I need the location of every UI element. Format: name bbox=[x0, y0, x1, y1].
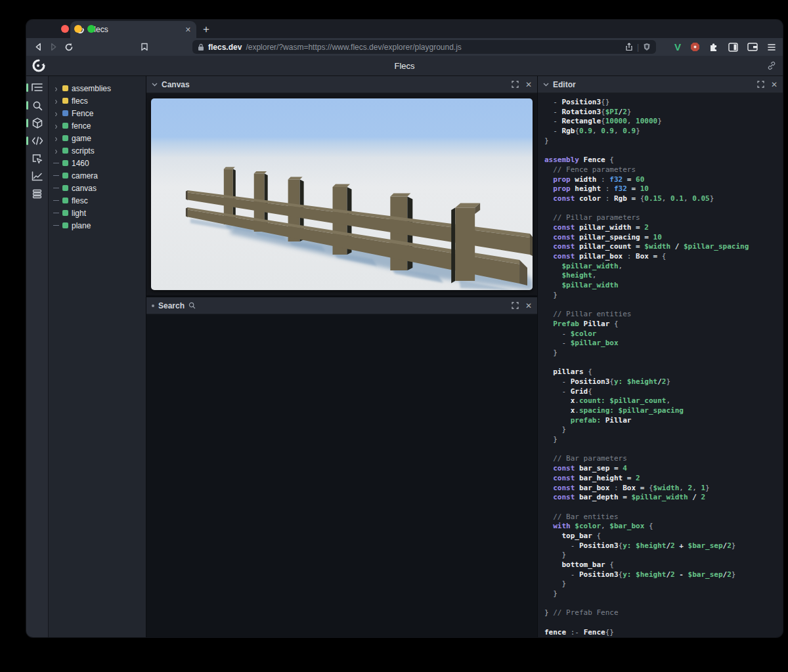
page-title: Flecs bbox=[26, 61, 783, 71]
lock-icon bbox=[198, 43, 204, 51]
tree-item-plane[interactable]: plane bbox=[49, 219, 146, 232]
inspect-icon[interactable] bbox=[30, 153, 45, 164]
expand-chevron-icon[interactable]: › bbox=[53, 95, 59, 106]
code-icon[interactable] bbox=[30, 135, 45, 146]
zoom-window-button[interactable] bbox=[87, 25, 95, 33]
forward-button[interactable] bbox=[48, 40, 59, 54]
app-header: Flecs bbox=[26, 56, 783, 76]
canvas-panel-title: Canvas bbox=[162, 80, 190, 89]
extensions-puzzle-icon[interactable] bbox=[709, 42, 719, 52]
leaf-dash-icon bbox=[53, 213, 59, 213]
tree-item-scripts[interactable]: ›scripts bbox=[49, 144, 146, 157]
editor-panel-title: Editor bbox=[553, 80, 576, 89]
traffic-lights bbox=[61, 25, 95, 33]
menu-icon[interactable] bbox=[767, 43, 776, 51]
tree-item-label: Fence bbox=[72, 109, 93, 118]
search-icon[interactable] bbox=[30, 100, 45, 111]
screenshot-stage: Flecs ✕ + flecs.dev/explorer/?wasm=https… bbox=[0, 0, 788, 672]
tree-item-label: fence bbox=[72, 121, 91, 131]
active-indicator bbox=[26, 101, 28, 110]
expand-chevron-icon[interactable]: › bbox=[53, 145, 59, 156]
divider: | bbox=[637, 43, 639, 52]
expand-chevron-icon[interactable]: › bbox=[53, 83, 59, 94]
tree-item-label: game bbox=[72, 134, 91, 143]
stats-chart-icon[interactable] bbox=[30, 171, 45, 182]
chevron-down-icon[interactable] bbox=[152, 83, 158, 87]
sidebar-icon[interactable] bbox=[728, 43, 738, 52]
fullscreen-icon[interactable] bbox=[512, 81, 519, 88]
tree-item-game[interactable]: ›game bbox=[49, 132, 146, 144]
minimize-window-button[interactable] bbox=[74, 25, 82, 33]
tree-item-label: canvas bbox=[72, 184, 97, 193]
tree-item-fence[interactable]: ›fence bbox=[49, 119, 146, 132]
tab-close-icon[interactable]: ✕ bbox=[185, 26, 191, 34]
browser-window: Flecs ✕ + flecs.dev/explorer/?wasm=https… bbox=[26, 20, 783, 637]
page-content: ›assemblies›flecs›Fence›fence›game›scrip… bbox=[26, 76, 783, 637]
search-panel-title: Search bbox=[158, 301, 185, 310]
wallet-icon[interactable] bbox=[747, 43, 758, 51]
reload-button[interactable] bbox=[64, 40, 75, 54]
canvas-panel-header: Canvas ✕ bbox=[146, 76, 537, 93]
tree-item-label: light bbox=[72, 209, 86, 218]
search-panel-header: Search ✕ bbox=[146, 297, 537, 314]
expand-chevron-icon[interactable]: › bbox=[53, 120, 59, 131]
cube-3d-icon[interactable] bbox=[30, 117, 45, 129]
extension-v-icon[interactable]: V bbox=[674, 41, 681, 52]
tree-item-flecs[interactable]: ›flecs bbox=[49, 94, 146, 107]
tree-item-1460[interactable]: 1460 bbox=[49, 157, 146, 169]
leaf-dash-icon bbox=[53, 175, 59, 176]
tree-item-label: plane bbox=[72, 221, 91, 230]
tree-item-camera[interactable]: camera bbox=[49, 169, 146, 182]
search-panel-body[interactable] bbox=[146, 314, 537, 637]
leaf-dash-icon bbox=[53, 163, 59, 163]
tree-item-label: assemblies bbox=[72, 84, 111, 93]
entity-kind-square bbox=[62, 185, 68, 191]
fullscreen-icon[interactable] bbox=[757, 81, 764, 88]
address-bar[interactable]: flecs.dev/explorer/?wasm=https://www.fle… bbox=[192, 40, 656, 54]
close-panel-icon[interactable]: ✕ bbox=[525, 301, 532, 310]
tree-item-label: flesc bbox=[72, 196, 88, 205]
fullscreen-icon[interactable] bbox=[512, 302, 519, 309]
back-button[interactable] bbox=[33, 40, 44, 54]
tree-item-assemblies[interactable]: ›assemblies bbox=[49, 82, 146, 94]
main-column: Canvas ✕ bbox=[146, 76, 537, 637]
share-icon[interactable] bbox=[625, 43, 633, 51]
close-panel-icon[interactable]: ✕ bbox=[525, 80, 532, 89]
tree-item-canvas[interactable]: canvas bbox=[49, 182, 146, 194]
tree-item-label: scripts bbox=[72, 146, 95, 156]
brave-shield-icon[interactable] bbox=[643, 43, 651, 51]
canvas-3d-scene[interactable] bbox=[151, 98, 533, 290]
code-editor[interactable]: - Position3{} - Rotation3{$PI/2} - Recta… bbox=[538, 93, 783, 637]
entity-kind-square bbox=[62, 210, 68, 216]
extension-icons: V bbox=[674, 41, 776, 52]
tree-item-Fence[interactable]: ›Fence bbox=[49, 107, 146, 119]
url-host: flecs.dev bbox=[208, 43, 242, 52]
tab-title: Flecs bbox=[89, 25, 181, 34]
collapsed-indicator-icon[interactable] bbox=[152, 304, 154, 307]
browser-toolbar: flecs.dev/explorer/?wasm=https://www.fle… bbox=[26, 38, 783, 56]
flecs-logo bbox=[32, 58, 46, 73]
tree-item-light[interactable]: light bbox=[49, 207, 146, 219]
entity-kind-square bbox=[62, 160, 68, 166]
active-indicator bbox=[26, 119, 28, 127]
extension-adblock-icon[interactable] bbox=[690, 42, 700, 52]
editor-panel: Editor ✕ - Position3{} - Rotation3{$PI/2… bbox=[537, 76, 783, 637]
leaf-dash-icon bbox=[53, 188, 59, 188]
active-indicator bbox=[26, 83, 28, 92]
chevron-down-icon[interactable] bbox=[543, 83, 549, 87]
tree-item-label: 1460 bbox=[72, 159, 89, 168]
entity-kind-square bbox=[62, 222, 68, 228]
expand-chevron-icon[interactable]: › bbox=[53, 108, 59, 119]
link-icon[interactable] bbox=[767, 61, 776, 70]
new-tab-button[interactable]: + bbox=[203, 23, 209, 36]
tree-item-flesc[interactable]: flesc bbox=[49, 194, 146, 207]
data-stack-icon[interactable] bbox=[30, 188, 45, 200]
canvas-panel-body bbox=[146, 93, 537, 295]
bookmark-icon[interactable] bbox=[139, 40, 150, 54]
close-panel-icon[interactable]: ✕ bbox=[771, 80, 777, 89]
tree-view-icon[interactable] bbox=[30, 82, 45, 93]
close-window-button[interactable] bbox=[61, 25, 69, 33]
entity-kind-square bbox=[62, 123, 68, 129]
expand-chevron-icon[interactable]: › bbox=[53, 133, 59, 144]
tree-item-label: flecs bbox=[72, 96, 88, 106]
